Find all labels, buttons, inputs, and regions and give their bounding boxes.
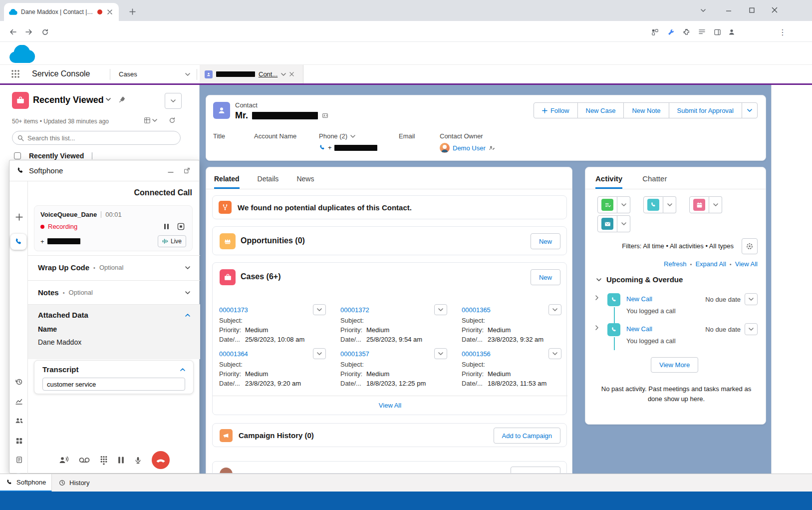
transcript-input[interactable] xyxy=(42,378,185,391)
log-a-call-dropdown[interactable] xyxy=(663,196,676,213)
apps-grid-icon[interactable] xyxy=(13,435,24,446)
case-row-menu-button[interactable] xyxy=(548,304,561,315)
tab-dropdown-icon[interactable] xyxy=(281,73,286,76)
metrics-chart-icon[interactable] xyxy=(13,396,24,407)
new-event-button[interactable] xyxy=(689,196,709,213)
refresh-list-button[interactable] xyxy=(167,115,178,126)
reading-list-icon[interactable] xyxy=(695,25,709,39)
nav-item-dropdown-icon[interactable] xyxy=(183,70,193,79)
tab-close-icon[interactable] xyxy=(106,8,114,16)
cases-title[interactable]: Cases (6+) xyxy=(241,272,281,281)
utility-softphone-tab[interactable]: Softphone xyxy=(0,474,52,492)
add-icon[interactable] xyxy=(13,211,24,222)
quick-connects-icon[interactable] xyxy=(59,456,69,465)
tab-groups-icon[interactable] xyxy=(648,25,662,39)
workspace-tab-contact[interactable]: Cont... xyxy=(200,65,303,83)
add-to-campaign-button[interactable]: Add to Campaign xyxy=(494,428,560,444)
nav-item-cases[interactable]: Cases xyxy=(119,70,137,78)
case-row-menu-button[interactable] xyxy=(313,348,326,359)
window-maximize-button[interactable] xyxy=(741,0,763,20)
contacts-people-icon[interactable] xyxy=(13,415,24,426)
case-row-menu-button[interactable] xyxy=(434,348,447,359)
back-button[interactable] xyxy=(6,25,20,39)
tab-related[interactable]: Related xyxy=(214,175,240,189)
expand-row-icon[interactable] xyxy=(594,326,599,329)
voicemail-icon[interactable] xyxy=(79,457,90,463)
case-link[interactable]: 00001373 xyxy=(219,306,248,314)
extension-wrench-icon[interactable] xyxy=(664,25,678,39)
pause-recording-icon[interactable] xyxy=(161,223,172,230)
active-call-tab-icon[interactable] xyxy=(10,234,26,250)
more-actions-dropdown[interactable] xyxy=(742,102,758,118)
case-link[interactable]: 00001356 xyxy=(462,350,491,358)
timeline-item-title[interactable]: New Call xyxy=(626,325,652,333)
stop-recording-icon[interactable] xyxy=(175,223,186,230)
timeline-item-title[interactable]: New Call xyxy=(626,295,652,303)
case-row-menu-button[interactable] xyxy=(548,348,561,359)
notes-section[interactable]: Notes • Optional xyxy=(28,280,200,304)
call-history-icon[interactable] xyxy=(13,376,24,387)
view-more-button[interactable]: View More xyxy=(651,357,698,373)
expand-row-icon[interactable] xyxy=(594,296,599,299)
email-button[interactable] xyxy=(597,215,617,232)
forward-button[interactable] xyxy=(22,25,36,39)
end-call-button[interactable] xyxy=(152,451,170,469)
list-search-box[interactable] xyxy=(12,131,181,145)
search-tabs-button[interactable] xyxy=(695,3,712,18)
expand-all-link[interactable]: Expand All xyxy=(695,260,726,268)
pinned-list-row[interactable]: Recently Viewed xyxy=(14,152,92,160)
list-search-input[interactable] xyxy=(27,134,175,142)
timeline-item-menu-button[interactable] xyxy=(745,323,758,335)
case-link[interactable]: 00001365 xyxy=(462,306,491,314)
hold-pause-icon[interactable] xyxy=(118,456,124,464)
chevron-up-icon[interactable] xyxy=(185,314,190,317)
utility-history-tab[interactable]: History xyxy=(52,474,96,492)
new-note-button[interactable]: New Note xyxy=(623,102,669,118)
side-panel-icon[interactable] xyxy=(710,25,724,39)
submit-for-approval-button[interactable]: Submit for Approval xyxy=(669,102,742,118)
app-launcher-icon[interactable] xyxy=(11,69,20,78)
tab-chatter[interactable]: Chatter xyxy=(642,174,667,189)
new-case-list-button[interactable]: New xyxy=(531,269,560,285)
phone-icon[interactable] xyxy=(319,144,325,151)
list-view-controls-button[interactable] xyxy=(165,93,182,109)
refresh-link[interactable]: Refresh xyxy=(664,260,687,268)
extensions-puzzle-icon[interactable] xyxy=(679,25,693,39)
timeline-item-menu-button[interactable] xyxy=(745,293,758,305)
case-link[interactable]: 00001357 xyxy=(340,350,369,358)
chevron-down-icon[interactable] xyxy=(185,266,190,269)
campaign-history-title[interactable]: Campaign History (0) xyxy=(239,431,314,440)
chevron-up-icon[interactable] xyxy=(180,368,185,371)
section-collapse-icon[interactable] xyxy=(596,278,601,281)
phone-dropdown-icon[interactable] xyxy=(350,135,355,138)
case-link[interactable]: 00001372 xyxy=(340,306,369,314)
new-task-button[interactable] xyxy=(597,196,617,213)
browser-profile-icon[interactable] xyxy=(725,25,739,39)
dialpad-icon[interactable] xyxy=(100,456,108,465)
window-close-button[interactable] xyxy=(764,0,786,20)
activity-filter-gear-button[interactable] xyxy=(742,238,758,254)
new-tab-button[interactable] xyxy=(126,5,139,18)
hierarchy-icon[interactable] xyxy=(322,112,328,119)
row-checkbox[interactable] xyxy=(14,152,21,159)
opportunities-title[interactable]: Opportunities (0) xyxy=(241,236,305,245)
window-minimize-button[interactable] xyxy=(718,0,740,20)
tab-details[interactable]: Details xyxy=(258,175,279,189)
live-transcription-badge[interactable]: Live xyxy=(158,235,186,247)
list-view-selector-icon[interactable] xyxy=(106,98,111,101)
new-event-dropdown[interactable] xyxy=(709,196,722,213)
reload-button[interactable] xyxy=(38,25,52,39)
partial-card-button[interactable] xyxy=(511,467,560,474)
case-link[interactable]: 00001364 xyxy=(219,350,248,358)
tab-activity[interactable]: Activity xyxy=(595,174,622,189)
change-owner-icon[interactable] xyxy=(489,145,495,151)
browser-menu-icon[interactable]: ⋮ xyxy=(777,25,789,39)
mute-mic-icon[interactable] xyxy=(134,456,142,465)
minimize-panel-icon[interactable] xyxy=(165,168,176,174)
browser-tab[interactable]: Dane Maddox | Contact | Sal xyxy=(4,3,119,21)
upcoming-overdue-section[interactable]: Upcoming & Overdue xyxy=(596,275,683,284)
workspace-tab-close-icon[interactable] xyxy=(289,72,294,76)
list-view-title[interactable]: Recently Viewed xyxy=(33,95,104,105)
case-row-menu-button[interactable] xyxy=(434,304,447,315)
display-as-button[interactable] xyxy=(143,115,158,126)
